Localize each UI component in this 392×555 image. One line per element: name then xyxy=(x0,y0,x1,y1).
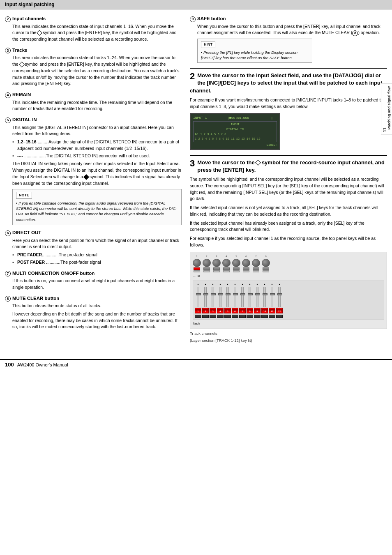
circle-6: 6 xyxy=(5,230,11,236)
flash-label: flash xyxy=(193,321,384,326)
note-text: • If you enable cascade connection, the … xyxy=(16,200,178,222)
circle-9: 9 xyxy=(190,16,196,22)
title-mute-clear: MUTE CLEAR button xyxy=(12,296,59,301)
lcd-display-area: INPUT 1 |■uu:uu.uuu | | INPUT DIGITAL IN… xyxy=(190,113,387,150)
step-3-body: The symbol will be highlighted, and the … xyxy=(190,176,387,343)
caption-line1: Tr ack channels xyxy=(190,331,387,336)
page-footer: 100 AW2400 Owner's Manual xyxy=(0,359,392,369)
body-remain: This indicates the remaining recordable … xyxy=(12,99,182,113)
bullet-post-fader: POST FADER ............The post-fader si… xyxy=(12,259,182,266)
caption-line2: (Layer section [TRACK 1-12] key lit) xyxy=(190,338,387,343)
manual-title: AW2400 Owner's Manual xyxy=(17,362,68,367)
section-title-6: 6 DIRECT OUT xyxy=(5,230,182,236)
bullet-1-2-15-16: 1.2–15.16 .........Assign the signal of … xyxy=(12,139,182,152)
body-direct-out: Here you can select the send position fr… xyxy=(12,237,182,266)
section-remain: 4 REMAIN This indicates the remaining re… xyxy=(5,92,182,112)
section-title-9: 9 SAFE button xyxy=(190,16,387,22)
step-3-text: Move the cursor to the symbol for the re… xyxy=(197,159,385,173)
body-safe-button: When you move the cursor to this button … xyxy=(197,23,387,63)
step-2-section: 2 Move the cursor to the Input Select fi… xyxy=(190,68,387,150)
step-3-heading: 3 Move the cursor to the symbol for the … xyxy=(190,159,387,174)
title-safe-button: SAFE button xyxy=(197,16,226,21)
circle-8: 8 xyxy=(5,296,11,302)
page-header: Input signal patching xyxy=(0,0,392,9)
track-channel-caption: Tr ack channels (Layer section [TRACK 1-… xyxy=(190,331,387,344)
hint-text: • Pressing the [F1] key while holding th… xyxy=(201,50,309,61)
hint-box-safe: HINT • Pressing the [F1] key while holdi… xyxy=(197,39,312,63)
step-3-num: 3 xyxy=(190,159,195,168)
chapter-num: 11 xyxy=(383,86,387,132)
title-remain: REMAIN xyxy=(12,92,31,97)
chapter-label: Patching and signal flow xyxy=(387,86,391,130)
section-title-8: 8 MUTE CLEAR button xyxy=(5,296,182,302)
step-2-heading: 2 Move the cursor to the Input Select fi… xyxy=(190,72,387,94)
section-mute-clear: 8 MUTE CLEAR button This button clears t… xyxy=(5,296,182,331)
circle-2: 2 xyxy=(5,16,11,22)
panel-sim: 1 2 3 4 5 6 7 8 xyxy=(190,252,387,329)
section-digital-in: 5 DIGITAL IN This assigns the [DIGITAL S… xyxy=(5,117,182,225)
circle-4: 4 xyxy=(5,92,11,98)
body-tracks: This area indicates the connection state… xyxy=(12,55,182,87)
body-mute-clear: This button clears the mute status of al… xyxy=(12,303,182,330)
section-title-3: 3 Tracks xyxy=(5,48,182,54)
title-digital-in: DIGITAL IN xyxy=(12,117,37,122)
body-multi-connection: If this button is on, you can connect a … xyxy=(12,278,182,291)
lit-label: lit xyxy=(198,274,200,279)
section-title-5: 5 DIGITAL IN xyxy=(5,117,182,123)
section-tracks: 3 Tracks This area indicates the connect… xyxy=(5,48,182,87)
circle-5: 5 xyxy=(5,117,11,123)
digital-in-bullets: 1.2–15.16 .........Assign the signal of … xyxy=(12,139,182,159)
title-input-channels: Input channels xyxy=(12,16,46,21)
title-tracks: Tracks xyxy=(12,48,27,53)
step-2-num: 2 xyxy=(190,72,195,81)
section-safe-button: 9 SAFE button When you move the cursor t… xyxy=(190,16,387,63)
chapter-sidebar: 11 Patching and signal flow xyxy=(381,83,392,135)
circle-3: 3 xyxy=(5,48,11,53)
left-column: 2 Input channels This area indicates the… xyxy=(5,16,182,350)
step-3-section: 3 Move the cursor to the symbol for the … xyxy=(190,155,387,343)
note-box-digital-in: NOTE • If you enable cascade connection,… xyxy=(12,189,182,225)
note-label: NOTE xyxy=(16,192,32,199)
section-title-4: 4 REMAIN xyxy=(5,92,182,98)
direct-out-bullets: PRE FADER..............The pre-fader sig… xyxy=(12,252,182,266)
header-title: Input signal patching xyxy=(5,2,55,7)
section-direct-out: 6 DIRECT OUT Here you can select the sen… xyxy=(5,230,182,266)
body-input-channels: This area indicates the connection state… xyxy=(12,23,182,43)
title-direct-out: DIRECT OUT xyxy=(12,230,41,235)
step-2-text: Move the cursor to the Input Select fiel… xyxy=(190,72,382,93)
section-title-2: 2 Input channels xyxy=(5,16,182,22)
title-multi-connection: MULTI CONNECTION ON/OFF button xyxy=(12,271,95,276)
step-2-body: For example if you want mics/instruments… xyxy=(190,97,387,150)
bullet-pre-fader: PRE FADER..............The pre-fader sig… xyxy=(12,252,182,258)
circle-7: 7 xyxy=(5,271,11,276)
section-input-channels: 2 Input channels This area indicates the… xyxy=(5,16,182,43)
section-title-7: 7 MULTI CONNECTION ON/OFF button xyxy=(5,271,182,277)
page-number: 100 xyxy=(5,362,14,368)
section-multi-connection: 7 MULTI CONNECTION ON/OFF button If this… xyxy=(5,271,182,291)
hint-label: HINT xyxy=(201,41,215,48)
right-column: 9 SAFE button When you move the cursor t… xyxy=(190,16,387,350)
bullet-dash: ---- ..................The [DIGITAL STER… xyxy=(12,153,182,159)
body-digital-in: This assigns the [DIGITAL STEREO IN] con… xyxy=(12,124,182,226)
